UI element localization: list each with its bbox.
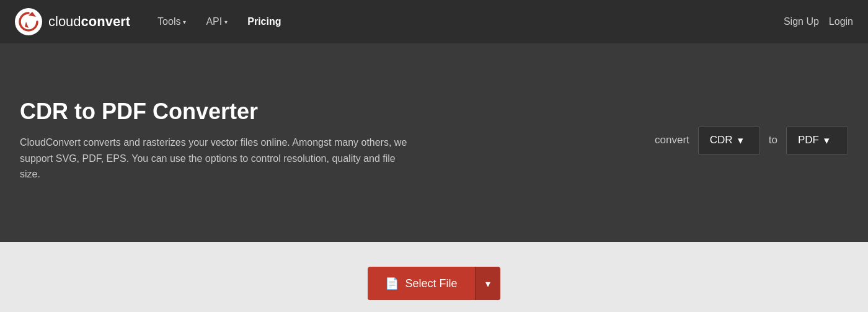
select-file-button[interactable]: 📄 Select File bbox=[368, 267, 474, 300]
navbar-left: cloudconvert Tools ▾ API ▾ Pricing bbox=[15, 8, 288, 35]
to-format-chevron-icon: ▾ bbox=[824, 134, 830, 147]
navbar: cloudconvert Tools ▾ API ▾ Pricing Sign … bbox=[0, 0, 868, 43]
to-label: to bbox=[769, 134, 777, 146]
nav-pricing[interactable]: Pricing bbox=[240, 11, 288, 32]
hero-section: CDR to PDF Converter CloudConvert conver… bbox=[0, 43, 868, 242]
signup-link[interactable]: Sign Up bbox=[784, 16, 819, 27]
select-file-dropdown-button[interactable]: ▾ bbox=[475, 267, 500, 300]
bottom-section: 📄 Select File ▾ bbox=[0, 242, 868, 312]
from-format-chevron-icon: ▾ bbox=[738, 134, 743, 147]
api-chevron-icon: ▾ bbox=[224, 19, 228, 25]
convert-label: convert bbox=[655, 134, 689, 146]
hero-text: CDR to PDF Converter CloudConvert conver… bbox=[20, 98, 417, 182]
logo-icon bbox=[15, 8, 42, 35]
file-add-icon: 📄 bbox=[385, 277, 399, 290]
to-format-select[interactable]: PDF ▾ bbox=[786, 126, 848, 155]
brand-name: cloudconvert bbox=[48, 14, 130, 30]
brand-logo[interactable]: cloudconvert bbox=[15, 8, 130, 35]
from-format-select[interactable]: CDR ▾ bbox=[698, 126, 760, 155]
nav-tools[interactable]: Tools ▾ bbox=[150, 11, 193, 32]
select-file-container: 📄 Select File ▾ bbox=[368, 267, 500, 300]
hero-description: CloudConvert converts and rasterizes you… bbox=[20, 135, 417, 182]
converter-control: convert CDR ▾ to PDF ▾ bbox=[655, 126, 848, 155]
nav-links: Tools ▾ API ▾ Pricing bbox=[150, 11, 288, 32]
nav-api[interactable]: API ▾ bbox=[198, 11, 235, 32]
hero-inner: CDR to PDF Converter CloudConvert conver… bbox=[20, 98, 848, 182]
select-file-dropdown-chevron-icon: ▾ bbox=[485, 278, 490, 290]
navbar-right: Sign Up Login bbox=[784, 16, 853, 27]
page-title: CDR to PDF Converter bbox=[20, 98, 417, 125]
tools-chevron-icon: ▾ bbox=[183, 19, 186, 25]
login-link[interactable]: Login bbox=[829, 16, 853, 27]
